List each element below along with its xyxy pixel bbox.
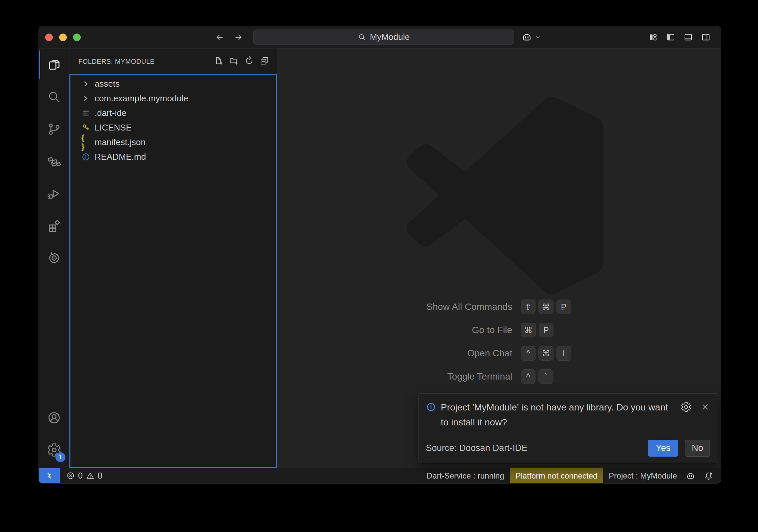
extensions-icon xyxy=(47,219,61,233)
forward-button[interactable] xyxy=(232,31,245,44)
new-folder-button[interactable] xyxy=(229,56,239,67)
activity-item-settings[interactable]: 1 xyxy=(39,434,69,466)
toggle-primary-sidebar-button[interactable] xyxy=(665,32,676,43)
explorer-header: FOLDERS: MYMODULE xyxy=(69,48,277,74)
chevron-down-icon xyxy=(535,34,541,41)
activity-item-accounts[interactable] xyxy=(39,401,69,434)
shortcut-keys: ^` xyxy=(521,369,571,384)
warning-count: 0 xyxy=(98,471,102,481)
panel-bottom-icon xyxy=(683,32,693,42)
customize-layout-button[interactable] xyxy=(647,32,659,43)
workbench: 1 FOLDERS: MYMODULE assetscom.example.my… xyxy=(39,48,721,468)
tree-item-assets[interactable]: assets xyxy=(70,76,276,91)
problems-indicator[interactable]: 0 0 xyxy=(60,468,109,483)
activity-bar: 1 xyxy=(39,48,69,468)
tree-item-LICENSE[interactable]: LICENSE xyxy=(70,120,276,135)
keycap: ^ xyxy=(521,346,535,361)
warning-icon xyxy=(86,471,95,480)
tree-item-label: README.md xyxy=(95,152,146,162)
shortcut-keys: ⌘P xyxy=(521,323,571,337)
activity-bar-top xyxy=(39,48,69,274)
search-icon xyxy=(47,90,61,104)
tree-item-label: LICENSE xyxy=(95,123,132,133)
activity-item-extensions[interactable] xyxy=(39,210,69,242)
minimize-window-button[interactable] xyxy=(59,34,67,41)
bell-dot-icon xyxy=(704,471,713,481)
close-window-button[interactable] xyxy=(45,34,53,41)
debug-icon xyxy=(47,186,61,201)
notification-buttons: Yes No xyxy=(648,440,710,457)
file-tree[interactable]: assetscom.example.mymodule.dart-ideLICEN… xyxy=(69,74,277,468)
vscode-watermark-logo xyxy=(407,96,606,295)
gear-icon[interactable] xyxy=(681,401,692,412)
files-icon xyxy=(47,57,61,72)
keycap: P xyxy=(556,300,571,314)
panel-left-icon xyxy=(666,32,676,42)
notification-toast: Project 'MyModule' is not have any libra… xyxy=(419,393,718,463)
explorer-sidebar: FOLDERS: MYMODULE assetscom.example.mymo… xyxy=(69,48,277,468)
error-count: 0 xyxy=(78,471,83,481)
layout-controls xyxy=(647,32,711,43)
toggle-panel-button[interactable] xyxy=(683,32,694,43)
refresh-button[interactable] xyxy=(244,56,254,67)
command-center-search[interactable]: MyModule xyxy=(253,30,514,44)
activity-item-history[interactable] xyxy=(39,242,69,274)
keycap: ⌘ xyxy=(521,323,536,337)
tree-item-.dart-ide[interactable]: .dart-ide xyxy=(70,106,276,120)
keycap: ^ xyxy=(521,369,535,384)
chevron-right-icon xyxy=(81,79,90,88)
tree-item-label: manifest.json xyxy=(95,137,145,147)
shortcut-keys: ^⌘I xyxy=(521,346,571,361)
source-control-icon xyxy=(47,122,61,136)
copilot-icon xyxy=(686,471,696,481)
copilot-menu-button[interactable] xyxy=(521,31,541,43)
shortcut-keys: ⇧⌘P xyxy=(521,300,571,314)
tree-item-README.md[interactable]: README.md xyxy=(70,149,276,164)
status-bar-right: Dart-Service : runningPlatform not conne… xyxy=(422,468,721,483)
copilot-status[interactable] xyxy=(682,468,700,483)
notifications-bell[interactable] xyxy=(700,468,717,483)
arrow-right-icon xyxy=(234,33,243,42)
tree-item-label: .dart-ide xyxy=(95,108,126,118)
shortcut-label: Toggle Terminal xyxy=(447,371,513,382)
dart-service-status[interactable]: Dart-Service : running xyxy=(422,468,509,483)
collapse-all-icon xyxy=(259,56,269,66)
new-file-icon xyxy=(214,56,224,66)
no-button[interactable]: No xyxy=(685,440,710,457)
editor-area: Show All Commands⇧⌘PGo to File⌘POpen Cha… xyxy=(277,48,721,468)
zoom-window-button[interactable] xyxy=(73,34,81,41)
status-bar: 0 0 Dart-Service : runningPlatform not c… xyxy=(39,468,721,483)
history-icon xyxy=(47,251,61,265)
keyboard-shortcut-hints: Show All Commands⇧⌘PGo to File⌘POpen Cha… xyxy=(426,300,571,384)
tree-item-label: assets xyxy=(95,79,120,89)
new-file-button[interactable] xyxy=(214,56,224,67)
shortcut-label: Open Chat xyxy=(467,348,512,359)
layout-icon xyxy=(648,32,658,42)
platform-status[interactable]: Platform not connected xyxy=(510,468,603,483)
blocks-icon xyxy=(47,154,61,169)
notification-message: Project 'MyModule' is not have any libra… xyxy=(441,400,676,430)
activity-item-search[interactable] xyxy=(39,81,69,113)
tree-item-manifest.json[interactable]: { }manifest.json xyxy=(70,135,276,149)
keycap: ⌘ xyxy=(538,300,553,314)
tree-item-com.example.mymodule[interactable]: com.example.mymodule xyxy=(70,91,276,106)
activity-item-tasks[interactable] xyxy=(39,145,69,177)
remote-indicator[interactable] xyxy=(39,468,60,483)
shortcut-label: Go to File xyxy=(472,325,512,335)
keycap: I xyxy=(556,346,571,361)
collapse-all-button[interactable] xyxy=(259,56,269,67)
activity-item-run-and-debug[interactable] xyxy=(39,177,69,210)
yes-button[interactable]: Yes xyxy=(648,440,678,457)
copilot-icon xyxy=(521,32,532,43)
arrow-left-icon xyxy=(215,33,224,42)
activity-item-source-control[interactable] xyxy=(39,113,69,145)
close-icon[interactable] xyxy=(701,402,710,411)
command-center-title: MyModule xyxy=(370,32,410,42)
activity-item-explorer[interactable] xyxy=(39,48,69,81)
ide-window: MyModule 1 FOLDERS: MYMODULE assetscom.e… xyxy=(39,26,721,484)
info-icon xyxy=(426,402,436,412)
back-button[interactable] xyxy=(213,31,226,44)
project-name[interactable]: Project : MyModule xyxy=(604,468,682,483)
toggle-secondary-sidebar-button[interactable] xyxy=(700,32,711,43)
titlebar: MyModule xyxy=(39,26,721,48)
